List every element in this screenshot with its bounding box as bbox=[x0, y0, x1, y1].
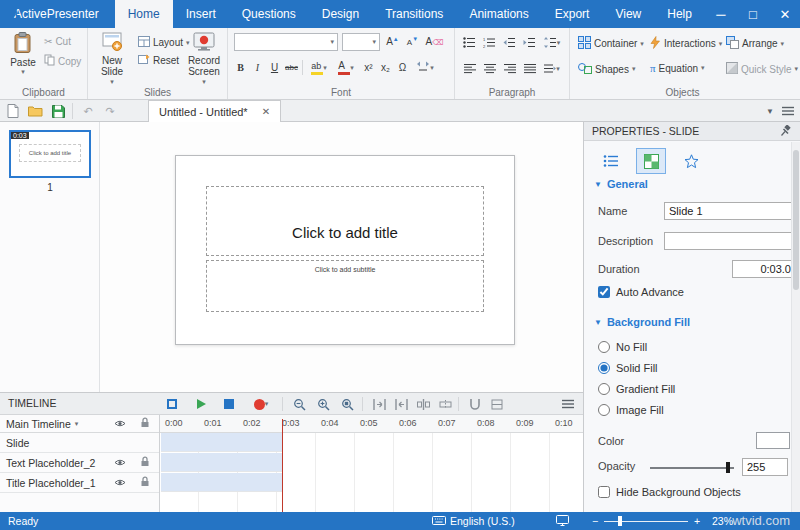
underline-button[interactable]: U bbox=[266, 59, 283, 76]
zoom-in-button[interactable]: + bbox=[694, 512, 700, 530]
new-project-button[interactable] bbox=[5, 103, 21, 119]
lock-icon[interactable] bbox=[140, 476, 150, 489]
new-slide-button[interactable]: New Slide ▾ bbox=[92, 32, 132, 86]
opacity-slider-handle[interactable] bbox=[726, 462, 730, 473]
delete-time-button[interactable] bbox=[392, 396, 410, 412]
general-section-header[interactable]: ▼ General bbox=[594, 178, 648, 190]
freeze-frame-button[interactable] bbox=[488, 396, 506, 412]
tab-home[interactable]: Home bbox=[115, 0, 173, 28]
no-fill-radio[interactable] bbox=[598, 341, 610, 353]
zoom-out-timeline-button[interactable] bbox=[290, 396, 308, 412]
no-fill-radio-row[interactable]: No Fill bbox=[598, 341, 647, 353]
join-button[interactable] bbox=[436, 396, 454, 412]
title-placeholder[interactable]: Click to add title bbox=[206, 186, 484, 256]
timeline-ruler[interactable]: 0:00 0:01 0:02 0:03 0:04 0:05 0:06 0:07 … bbox=[160, 415, 583, 433]
decrease-indent-button[interactable] bbox=[501, 34, 518, 51]
arrange-button[interactable]: Arrange ▾ bbox=[726, 36, 784, 51]
line-spacing-button[interactable]: ▾ bbox=[541, 34, 563, 51]
tab-style-fill[interactable] bbox=[636, 148, 666, 174]
insert-time-button[interactable] bbox=[370, 396, 388, 412]
open-project-button[interactable] bbox=[27, 103, 43, 119]
timeline-row-title-placeholder-1[interactable]: Title Placeholder_1 bbox=[0, 473, 159, 493]
align-center-button[interactable] bbox=[481, 60, 498, 77]
color-swatch[interactable] bbox=[756, 432, 790, 449]
save-button[interactable] bbox=[50, 103, 66, 119]
solid-fill-radio[interactable] bbox=[598, 362, 610, 374]
playhead[interactable] bbox=[282, 419, 283, 512]
language-selector[interactable]: English (U.S.) bbox=[432, 512, 515, 530]
tab-questions[interactable]: Questions bbox=[229, 0, 309, 28]
zoom-slider[interactable] bbox=[604, 521, 688, 523]
align-right-button[interactable] bbox=[501, 60, 518, 77]
hide-background-checkbox[interactable] bbox=[598, 486, 610, 498]
auto-advance-checkbox-row[interactable]: Auto Advance bbox=[598, 286, 684, 298]
snap-toggle-button[interactable] bbox=[466, 396, 484, 412]
numbered-list-button[interactable]: 12 bbox=[481, 34, 498, 51]
background-fill-section-header[interactable]: ▼ Background Fill bbox=[594, 316, 690, 328]
main-timeline-dropdown[interactable]: Main Timeline bbox=[6, 418, 71, 430]
shapes-button[interactable]: Shapes ▾ bbox=[578, 62, 635, 76]
panel-chevron-button[interactable]: ▼ bbox=[762, 103, 778, 119]
character-spacing-button[interactable]: ▾ bbox=[412, 59, 438, 76]
timeline-row-slide[interactable]: Slide bbox=[0, 433, 159, 453]
container-button[interactable]: Container ▾ bbox=[578, 36, 644, 51]
undo-button[interactable]: ↶ bbox=[80, 103, 96, 119]
italic-button[interactable]: I bbox=[249, 59, 266, 76]
slide-canvas[interactable]: Click to add title Click to add subtitle bbox=[100, 122, 583, 392]
clear-formatting-button[interactable]: A⌫ bbox=[426, 33, 443, 50]
grow-font-button[interactable]: A▲ bbox=[384, 33, 401, 50]
align-left-button[interactable] bbox=[461, 60, 478, 77]
play-button[interactable] bbox=[192, 396, 210, 412]
image-fill-radio[interactable] bbox=[598, 404, 610, 416]
fit-to-window-button[interactable] bbox=[556, 512, 569, 530]
slide-duration-bar[interactable] bbox=[161, 433, 282, 452]
reset-button[interactable]: Reset bbox=[138, 54, 179, 67]
minimize-button[interactable]: ─ bbox=[705, 0, 737, 28]
subscript-button[interactable]: x₂ bbox=[377, 59, 394, 76]
opacity-input[interactable] bbox=[742, 458, 788, 476]
highlight-color-button[interactable]: ab ▾ bbox=[306, 59, 332, 76]
redo-button[interactable]: ↷ bbox=[102, 103, 118, 119]
copy-button[interactable]: Copy bbox=[44, 54, 81, 68]
tab-export[interactable]: Export bbox=[542, 0, 603, 28]
zoom-slider-handle[interactable] bbox=[618, 516, 622, 526]
description-input[interactable] bbox=[664, 232, 792, 250]
auto-advance-checkbox[interactable] bbox=[598, 286, 610, 298]
eye-icon[interactable] bbox=[114, 477, 126, 489]
panel-menu-button[interactable] bbox=[780, 103, 796, 119]
timeline-row-text-placeholder-2[interactable]: Text Placeholder_2 bbox=[0, 453, 159, 473]
increase-indent-button[interactable] bbox=[521, 34, 538, 51]
timeline-track-area[interactable] bbox=[160, 433, 583, 512]
font-color-button[interactable]: A ▾ bbox=[334, 59, 358, 76]
quick-style-button[interactable]: Quick Style ▾ bbox=[726, 62, 798, 76]
properties-scrollbar[interactable] bbox=[791, 142, 800, 512]
slide[interactable]: Click to add title Click to add subtitle bbox=[175, 155, 515, 345]
eye-icon[interactable] bbox=[114, 457, 126, 469]
name-input[interactable] bbox=[664, 202, 792, 220]
tab-insert[interactable]: Insert bbox=[173, 0, 229, 28]
maximize-button[interactable]: □ bbox=[737, 0, 769, 28]
title-placeholder-1-bar[interactable] bbox=[161, 473, 282, 492]
pause-button[interactable] bbox=[163, 396, 181, 412]
solid-fill-radio-row[interactable]: Solid Fill bbox=[598, 362, 658, 374]
bullet-list-button[interactable] bbox=[461, 34, 478, 51]
tab-animations[interactable]: Animations bbox=[456, 0, 541, 28]
equation-button[interactable]: π Equation ▾ bbox=[650, 62, 705, 74]
lock-icon[interactable] bbox=[140, 456, 150, 469]
justify-button[interactable] bbox=[521, 60, 538, 77]
tab-help[interactable]: Help bbox=[654, 0, 705, 28]
subtitle-placeholder[interactable]: Click to add subtitle bbox=[206, 260, 484, 312]
hide-background-checkbox-row[interactable]: Hide Background Objects bbox=[598, 486, 741, 498]
text-placeholder-2-bar[interactable] bbox=[161, 453, 282, 472]
record-narration-button[interactable]: ▾ bbox=[248, 396, 274, 412]
tab-design[interactable]: Design bbox=[309, 0, 372, 28]
font-size-combo[interactable]: ▾ bbox=[342, 33, 380, 51]
opacity-slider[interactable] bbox=[650, 467, 734, 469]
timeline-menu-button[interactable] bbox=[559, 396, 577, 412]
tab-transitions[interactable]: Transitions bbox=[372, 0, 456, 28]
duration-input[interactable] bbox=[732, 260, 796, 278]
shrink-font-button[interactable]: A▼ bbox=[404, 33, 421, 50]
zoom-in-timeline-button[interactable] bbox=[314, 396, 332, 412]
interactions-button[interactable]: Interactions ▾ bbox=[650, 36, 722, 51]
paste-button[interactable]: Paste ▾ bbox=[6, 32, 40, 76]
